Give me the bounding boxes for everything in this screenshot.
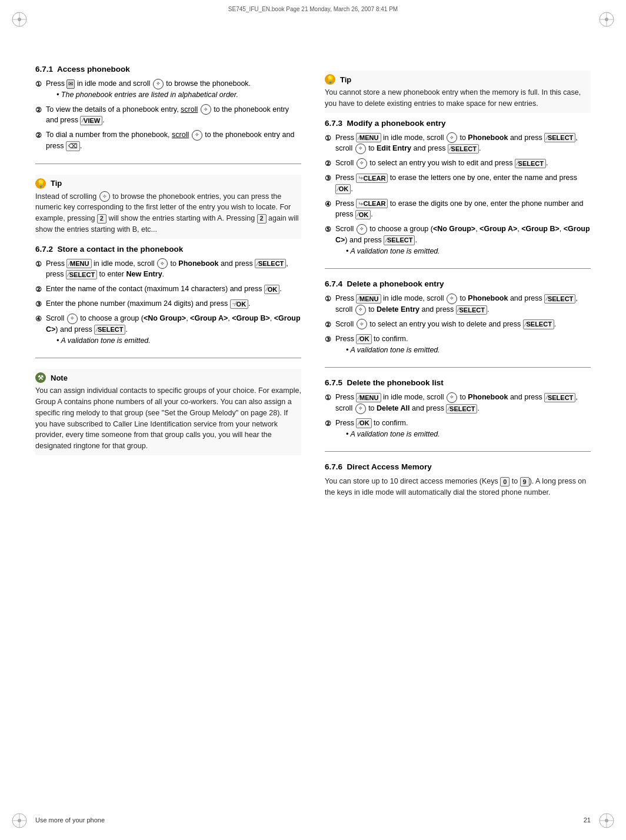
select-btn2: ∕SELECT xyxy=(66,270,97,279)
scroll-icon: ✧ xyxy=(355,305,366,315)
step-num: ⑤ xyxy=(325,224,335,235)
steps-673: ① Press ∕MENU in idle mode, scroll ✧ to … xyxy=(325,132,591,257)
step-673-5: ⑤ Scroll ✧ to choose a group (<No Group>… xyxy=(325,224,591,256)
step-num: ④ xyxy=(325,199,335,209)
step-content: To view the details of a phonebook entry… xyxy=(46,104,301,126)
select-btn: ∕SELECT xyxy=(448,144,479,154)
section-671: 6.7.1 Access phonebook ① Press ✉ in idle… xyxy=(35,65,301,164)
key-9-icon: 9 xyxy=(520,477,530,486)
scroll-icon: ✧ xyxy=(357,158,367,169)
scroll-icon: ✧ xyxy=(153,79,164,89)
scroll-icon: ✧ xyxy=(157,258,168,269)
tip-icon-2: 💡 xyxy=(325,74,335,85)
step-671-2: ② To view the details of a phonebook ent… xyxy=(35,104,301,126)
scroll-icon: ✧ xyxy=(99,191,110,202)
step-675-1: ① Press ∕MENU in idle mode, scroll ✧ to … xyxy=(325,392,591,414)
svg-point-15 xyxy=(605,819,608,822)
svg-point-7 xyxy=(605,18,608,21)
page-header: SE745_IFU_EN.book Page 21 Monday, March … xyxy=(228,6,398,12)
step-num: ② xyxy=(325,418,335,429)
select-btn: ∕SELECT xyxy=(523,319,554,329)
select-btn: ∕SELECT xyxy=(544,393,575,402)
tip-text-2: You cannot store a new phonebook entry w… xyxy=(325,87,591,109)
step-content: Scroll ✧ to select an entry you wish to … xyxy=(335,319,591,330)
tip-box-2: 💡 Tip You cannot store a new phonebook e… xyxy=(325,71,591,113)
select-btn: ∕SELECT xyxy=(94,325,125,334)
step-content: Press ✉ in idle mode and scroll ✧ to bro… xyxy=(46,78,301,101)
ok-btn: ∕OK xyxy=(355,210,371,219)
select-btn: ∕SELECT xyxy=(544,133,575,142)
step-content: Enter the name of the contact (maximum 1… xyxy=(46,284,301,295)
svg-point-3 xyxy=(18,18,21,21)
step-674-3: ③ Press ∕OK to confirm. • A validation t… xyxy=(325,334,591,356)
section-673: 6.7.3 Modify a phonebook entry ① Press ∕… xyxy=(325,119,591,269)
menu-btn: ∕MENU xyxy=(356,133,381,142)
step-num: ① xyxy=(325,294,335,304)
step-content: Press ∕MENU in idle mode, scroll ✧ to Ph… xyxy=(335,392,591,414)
section-672-title: 6.7.2 Store a contact in the phonebook xyxy=(35,245,301,254)
step-num: ① xyxy=(35,259,46,269)
step-num: ③ xyxy=(35,299,46,309)
note-label-1: Note xyxy=(51,374,68,382)
step-672-3: ③ Enter the phone number (maximum 24 dig… xyxy=(35,298,301,309)
note-icon-1: ⚒ xyxy=(35,372,46,383)
reg-mark-tr xyxy=(598,11,615,28)
section-674-title: 6.7.4 Delete a phonebook entry xyxy=(325,279,591,288)
step-num: ② xyxy=(325,319,335,330)
scroll-icon: ✧ xyxy=(447,294,457,304)
step-num: ② xyxy=(35,105,46,115)
step-content: Press ∕MENU in idle mode, scroll ✧ to Ph… xyxy=(46,258,301,281)
step-num: ① xyxy=(35,79,46,89)
step-content: Scroll ✧ to select an entry you wish to … xyxy=(335,158,591,169)
select-btn: ∕SELECT xyxy=(446,404,477,414)
right-column: 💡 Tip You cannot store a new phonebook e… xyxy=(325,65,591,517)
note-box-1: ⚒ Note You can assign individual contact… xyxy=(35,369,301,455)
menu-icon: ✉ xyxy=(66,79,75,89)
footer-left: Use more of your phone xyxy=(35,816,105,824)
step-num: ③ xyxy=(325,173,335,184)
section-676-text: You can store up to 10 direct access mem… xyxy=(325,476,591,498)
step-content: Press ↵CLEAR to erase the letters one by… xyxy=(335,172,591,195)
step-num: ② xyxy=(35,130,46,141)
section-674: 6.7.4 Delete a phonebook entry ① Press ∕… xyxy=(325,279,591,368)
step-num: ③ xyxy=(325,334,335,345)
clear-btn: ↵CLEAR xyxy=(356,174,388,183)
menu-btn: ∕MENU xyxy=(356,294,381,304)
step-671-3: ② To dial a number from the phonebook, s… xyxy=(35,129,301,152)
scroll-icon: ✧ xyxy=(355,144,366,154)
clear-btn: ↵CLEAR xyxy=(356,199,388,208)
ok-btn: ∕OK xyxy=(264,285,279,294)
svg-point-11 xyxy=(18,819,21,822)
scroll-icon: ✧ xyxy=(201,104,211,115)
step-672-1: ① Press ∕MENU in idle mode, scroll ✧ to … xyxy=(35,258,301,281)
step-674-2: ② Scroll ✧ to select an entry you wish t… xyxy=(325,319,591,330)
steps-671: ① Press ✉ in idle mode and scroll ✧ to b… xyxy=(35,78,301,152)
tip-text-1: Instead of scrolling ✧ to browse the pho… xyxy=(35,191,301,235)
step-673-3: ③ Press ↵CLEAR to erase the letters one … xyxy=(325,172,591,195)
key-2b-icon: 2 xyxy=(257,214,267,224)
ok-btn: ∕OK xyxy=(335,184,351,194)
tip-label-2: Tip xyxy=(340,75,351,84)
scroll-icon: ✧ xyxy=(67,314,78,324)
left-column: 6.7.1 Access phonebook ① Press ✉ in idle… xyxy=(35,65,301,517)
ok-btn: ∕OK xyxy=(356,418,371,428)
steps-672: ① Press ∕MENU in idle mode, scroll ✧ to … xyxy=(35,258,301,346)
reg-mark-bl xyxy=(11,812,28,829)
step-content: Press ∕MENU in idle mode, scroll ✧ to Ph… xyxy=(335,293,591,315)
select-btn: ∕SELECT xyxy=(384,235,415,245)
step-672-2: ② Enter the name of the contact (maximum… xyxy=(35,284,301,295)
page-footer: Use more of your phone 21 xyxy=(35,816,591,824)
steps-674: ① Press ∕MENU in idle mode, scroll ✧ to … xyxy=(325,293,591,355)
step-675-2: ② Press ∕OK to confirm. • A validation t… xyxy=(325,418,591,440)
steps-675: ① Press ∕MENU in idle mode, scroll ✧ to … xyxy=(325,392,591,439)
section-671-title: 6.7.1 Access phonebook xyxy=(35,65,301,74)
step-content: Enter the phone number (maximum 24 digit… xyxy=(46,298,301,309)
section-676: 6.7.6 Direct Access Memory You can store… xyxy=(325,462,591,506)
scroll-icon: ✧ xyxy=(192,130,202,141)
step-content: Press ↵CLEAR to erase the digits one by … xyxy=(335,198,591,221)
note-header-1: ⚒ Note xyxy=(35,372,301,383)
step-content: Scroll ✧ to choose a group (<No Group>, … xyxy=(46,313,301,346)
note-text-1: You can assign individual contacts to sp… xyxy=(35,385,301,452)
step-num: ④ xyxy=(35,314,46,324)
reg-mark-tl xyxy=(11,11,28,28)
